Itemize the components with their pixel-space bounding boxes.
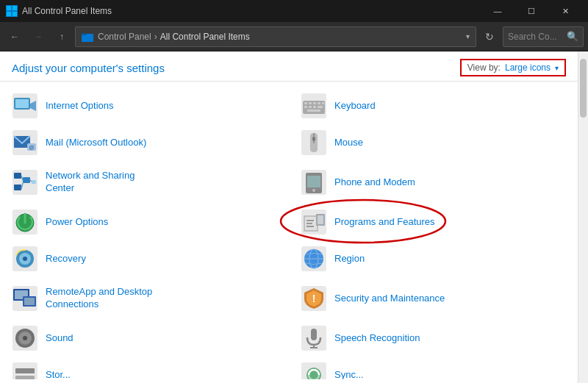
address-dropdown-icon[interactable]: ▾: [466, 32, 470, 40]
item-icon-keyboard: [301, 93, 327, 119]
item-label: Power Options: [46, 216, 108, 229]
svg-rect-17: [14, 185, 21, 190]
item-label: Internet Options: [46, 100, 114, 112]
list-item[interactable]: Power Options: [0, 204, 289, 240]
item-label: Mail (Microsoft Outlook): [46, 137, 146, 149]
path-current: All Control Panel Items: [160, 32, 250, 42]
svg-rect-42: [304, 102, 307, 104]
item-icon-storage: [12, 362, 38, 379]
svg-point-58: [312, 189, 315, 192]
svg-rect-0: [7, 6, 11, 10]
view-by-arrow: ▾: [555, 64, 559, 72]
svg-rect-47: [304, 106, 307, 108]
svg-text:!: !: [312, 293, 316, 304]
item-label: Phone and Modem: [334, 176, 415, 189]
item-icon-internet-options: [12, 93, 38, 119]
list-item[interactable]: RemoteApp and DesktopConnections: [0, 277, 289, 320]
svg-rect-66: [306, 226, 314, 227]
item-label: Sync...: [334, 369, 364, 379]
svg-rect-1: [12, 6, 17, 10]
search-box[interactable]: Search Co... 🔍: [503, 26, 584, 47]
item-icon-mail: @: [12, 129, 38, 156]
back-button[interactable]: ←: [4, 26, 25, 47]
item-label: Security and Maintenance: [334, 293, 445, 305]
list-item[interactable]: Internet Options: [0, 87, 289, 124]
svg-rect-51: [307, 110, 320, 112]
item-icon-phone: [301, 169, 327, 196]
app-icon: [6, 5, 18, 17]
forward-button[interactable]: →: [28, 26, 49, 47]
refresh-button[interactable]: ↻: [479, 26, 500, 47]
view-by-selector[interactable]: View by: Large icons ▾: [460, 59, 566, 76]
col1: Internet Options @: [0, 87, 289, 379]
maximize-button[interactable]: ☐: [514, 0, 548, 22]
item-icon-power: [12, 209, 38, 235]
panel-header: Adjust your computer's settings View by:…: [0, 51, 578, 82]
path-root: Control Panel: [98, 32, 151, 42]
svg-rect-32: [24, 298, 35, 305]
content-area: Adjust your computer's settings View by:…: [0, 51, 588, 383]
item-label: Recovery: [46, 253, 86, 265]
list-item[interactable]: Network and SharingCenter: [0, 161, 289, 204]
item-label: Network and SharingCenter: [46, 170, 135, 195]
view-by-value: Large icons: [505, 62, 551, 73]
list-item[interactable]: Phone and Modem: [289, 161, 578, 204]
list-item[interactable]: Keyboard: [289, 87, 578, 124]
view-by-label: View by:: [467, 62, 501, 73]
svg-rect-46: [322, 102, 324, 104]
list-item[interactable]: Sync...: [289, 357, 578, 379]
svg-point-54: [312, 137, 315, 141]
item-label: Stor...: [46, 369, 71, 379]
svg-rect-20: [32, 180, 36, 184]
close-button[interactable]: ✕: [548, 0, 582, 22]
address-box[interactable]: Control Panel › All Control Panel Items …: [75, 26, 476, 47]
list-item[interactable]: @ Mail (Microsoft Outlook): [0, 124, 289, 161]
svg-rect-48: [309, 106, 312, 108]
search-placeholder: Search Co...: [508, 32, 564, 42]
scrollbar[interactable]: [578, 51, 588, 383]
item-label: Keyboard: [334, 100, 376, 112]
svg-rect-39: [15, 376, 35, 379]
list-item[interactable]: Recovery: [0, 240, 289, 277]
list-item[interactable]: Stor...: [0, 357, 289, 379]
list-item[interactable]: ! Security and Maintenance: [289, 277, 578, 320]
item-icon-mouse: [301, 129, 327, 156]
up-button[interactable]: ↑: [51, 26, 72, 47]
window-title: All Control Panel Items: [22, 6, 476, 16]
svg-rect-8: [15, 99, 29, 108]
list-item[interactable]: Sound: [0, 320, 289, 357]
item-icon-security: !: [301, 285, 327, 312]
item-label: Programs and Features: [334, 216, 435, 229]
item-label: Sound: [46, 332, 74, 345]
svg-rect-2: [7, 12, 11, 16]
svg-rect-44: [313, 102, 316, 104]
items-area: Internet Options @: [0, 82, 578, 379]
svg-text:@: @: [29, 145, 35, 150]
search-icon: 🔍: [567, 31, 578, 42]
svg-point-36: [23, 336, 27, 340]
list-item[interactable]: Mouse: [289, 124, 578, 161]
svg-rect-45: [318, 102, 320, 104]
main-panel: Adjust your computer's settings View by:…: [0, 51, 578, 383]
svg-point-27: [23, 257, 27, 261]
item-icon-region: [301, 246, 327, 272]
svg-rect-50: [318, 106, 323, 108]
item-label: Speech Recognition: [334, 332, 420, 345]
scrollbar-thumb[interactable]: [580, 59, 587, 118]
address-path: Control Panel › All Control Panel Items: [98, 32, 250, 42]
list-item-programs-features[interactable]: Programs and Features: [289, 204, 578, 240]
item-icon-recovery: [12, 246, 38, 272]
panel-title: Adjust your computer's settings: [12, 62, 165, 74]
item-icon-remoteapp: [12, 285, 38, 312]
svg-rect-3: [12, 12, 17, 16]
col2: Keyboard Mouse: [289, 87, 578, 379]
item-label: Region: [334, 253, 365, 265]
item-icon-network: [12, 169, 38, 196]
titlebar: All Control Panel Items — ☐ ✕: [0, 0, 588, 22]
minimize-button[interactable]: —: [481, 0, 514, 22]
svg-rect-64: [306, 220, 314, 221]
list-item[interactable]: Speech Recognition: [289, 320, 578, 357]
svg-rect-15: [14, 173, 21, 179]
list-item[interactable]: Region: [289, 240, 578, 277]
svg-rect-5: [82, 33, 87, 35]
